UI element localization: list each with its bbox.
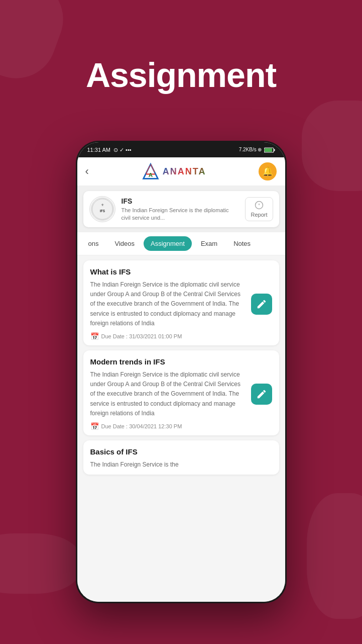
due-date-2: 📅 Due Date : 30/04/2021 12:30 PM [90,422,272,430]
bell-icon: 🔔 [262,166,273,177]
course-emblem: ⚜ IFS [90,197,114,221]
course-description: The Indian Foreign Service is the diplom… [122,207,239,221]
back-button[interactable]: ‹ [85,165,89,178]
tab-notes[interactable]: Notes [226,236,258,251]
tabs-row: ons Videos Assignment Exam Notes [77,232,285,255]
assignment-title-2: Modern trends in IFS [90,357,272,366]
svg-text:IFS: IFS [99,209,105,213]
assignment-text-3: The Indian Foreign Service is the [90,460,272,470]
assignment-text-2: The Indian Foreign Service is the diplom… [90,370,247,418]
assignment-title-3: Basics of IFS [90,447,272,456]
report-label: Report [251,212,267,218]
course-name: IFS [122,197,239,205]
tab-ons[interactable]: ons [81,236,106,251]
status-network: 7.2KB/s ⊕ [239,147,262,152]
due-date-1: 📅 Due Date : 31/03/2021 01:00 PM [90,332,272,340]
report-icon [255,201,264,211]
phone-frame: 11:31 AM ⊙ ✓ ••• 7.2KB/s ⊕ ‹ [76,141,287,603]
page-title: Assignment [86,55,276,95]
logo-area: A ANANTA [142,162,206,180]
battery-level [264,147,275,153]
assignment-card: What is IFS The Indian Foreign Service i… [83,260,279,345]
tab-videos[interactable]: Videos [107,236,142,251]
calendar-icon-2: 📅 [90,422,99,430]
status-time: 11:31 AM [87,147,110,153]
status-bar: 11:31 AM ⊙ ✓ ••• 7.2KB/s ⊕ [77,142,285,157]
edit-icon-2 [256,389,267,400]
assignment-text-1: The Indian Foreign Service is the diplom… [90,280,247,328]
logo-icon: A [142,162,160,180]
edit-icon-1 [256,299,267,310]
assignment-card-2: Modern trends in IFS The Indian Foreign … [83,350,279,435]
bell-button[interactable]: 🔔 [259,162,277,180]
app-header: ‹ A ANANTA 🔔 [77,157,285,186]
status-icons: ⊙ ✓ ••• [113,147,132,153]
course-info: IFS The Indian Foreign Service is the di… [122,197,239,221]
course-logo: ⚜ IFS [89,196,115,222]
svg-rect-1 [274,149,275,151]
svg-text:⚜: ⚜ [101,203,104,207]
course-card: ⚜ IFS IFS The Indian Foreign Service is … [83,191,279,227]
tab-assignment[interactable]: Assignment [144,236,192,251]
calendar-icon-1: 📅 [90,332,99,340]
assignment-card-3: Basics of IFS The Indian Foreign Service… [83,440,279,475]
tab-exam[interactable]: Exam [194,236,224,251]
edit-button-1[interactable] [251,294,272,315]
edit-button-2[interactable] [251,384,272,405]
svg-text:A: A [149,171,153,178]
report-button[interactable]: Report [245,197,273,221]
svg-rect-2 [265,148,272,152]
content-area: What is IFS The Indian Foreign Service i… [77,255,285,602]
assignment-title-1: What is IFS [90,267,272,276]
logo-text: ANANTA [163,166,206,177]
